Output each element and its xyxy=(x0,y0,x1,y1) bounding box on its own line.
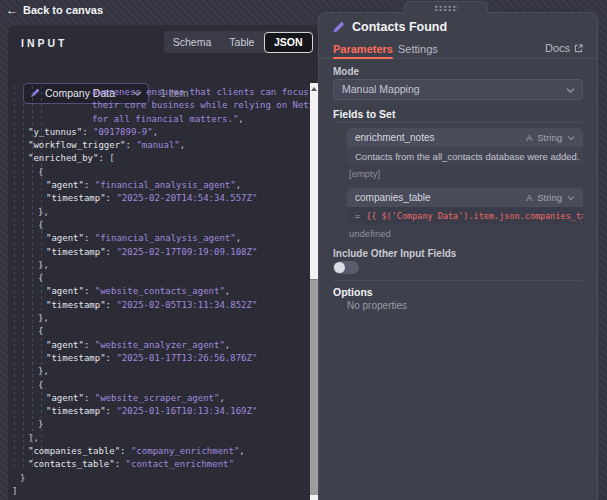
field-header-companies_table[interactable]: companies_tableAString xyxy=(347,188,583,207)
back-arrow-icon: ← xyxy=(6,3,18,17)
external-link-icon xyxy=(574,44,583,53)
field-name: enrichment_notes xyxy=(355,132,521,143)
field-type: String xyxy=(537,132,562,143)
json-line: }, xyxy=(8,312,310,325)
docs-link[interactable]: Docs xyxy=(545,42,583,54)
view-tab-json[interactable]: JSON xyxy=(264,32,313,53)
field-name: companies_table xyxy=(355,192,521,203)
input-panel-title: INPUT xyxy=(21,37,68,49)
view-mode-tabs: SchemaTableJSON xyxy=(164,31,313,53)
pencil-icon[interactable] xyxy=(332,21,345,34)
options-heading: Options xyxy=(333,286,373,298)
json-viewer: awareness ensures that clients can focus… xyxy=(8,83,310,500)
include-other-fields-label: Include Other Input Fields xyxy=(333,248,456,259)
json-scrollbar[interactable] xyxy=(310,83,318,500)
json-line: "companies_table": "company_enrichment", xyxy=(8,445,310,458)
json-line: "contacts_table": "contact_enrichment" xyxy=(8,458,310,471)
tab-parameters[interactable]: Parameters xyxy=(333,43,393,55)
json-line: }, xyxy=(8,259,310,272)
field-hint-enrichment_notes: [empty] xyxy=(349,168,583,179)
json-line: "timestamp": "2025-02-05T13:11:34.852Z" xyxy=(8,299,310,312)
json-line: "agent": "website_scraper_agent", xyxy=(8,392,310,405)
divider xyxy=(333,280,583,281)
json-line: }, xyxy=(8,206,310,219)
chevron-down-icon[interactable] xyxy=(567,195,575,201)
json-line: "timestamp": "2025-02-17T09:19:09.108Z" xyxy=(8,246,310,259)
json-line: "y_tunnus": "0917899-9", xyxy=(8,126,310,139)
view-tab-schema[interactable]: Schema xyxy=(164,31,221,53)
expand-expression-icon[interactable] xyxy=(581,218,583,225)
json-line: { xyxy=(8,325,310,338)
json-line: "workflow_trigger": "manual", xyxy=(8,139,310,152)
expression-equals-sign: = xyxy=(355,211,360,221)
json-line: "agent": "website_contacts_agent", xyxy=(8,285,310,298)
node-title[interactable]: Contacts Found xyxy=(352,20,447,34)
json-line: } xyxy=(8,472,310,485)
field-value-enrichment_notes[interactable]: Contacts from the all_contacts database … xyxy=(347,147,583,165)
field-card-enrichment_notes: enrichment_notesAStringContacts from the… xyxy=(347,128,583,165)
field-type: String xyxy=(537,192,562,203)
expression-text: {{ $('Company Data').item.json.companies… xyxy=(366,211,583,221)
view-tab-table[interactable]: Table xyxy=(220,31,263,53)
json-line: ] xyxy=(8,485,310,498)
docs-label: Docs xyxy=(545,42,570,54)
json-line: awareness ensures that clients can focus… xyxy=(8,86,310,99)
include-other-fields-toggle[interactable] xyxy=(333,261,359,274)
string-type-icon: A xyxy=(526,133,532,143)
field-hint-companies_table: undefined xyxy=(349,228,583,239)
string-type-icon: A xyxy=(526,193,532,203)
json-line: } xyxy=(8,418,310,431)
field-card-companies_table: companies_tableAString={{ $('Company Dat… xyxy=(347,188,583,225)
fields-to-set-heading: Fields to Set xyxy=(333,108,395,120)
json-line: { xyxy=(8,219,310,232)
scrollbar-up-arrow[interactable] xyxy=(311,87,317,91)
json-line: { xyxy=(8,272,310,285)
node-settings-panel: Contacts Found ParametersSettings Docs M… xyxy=(318,12,598,500)
mode-select[interactable]: Manual Mapping xyxy=(333,79,583,100)
json-line: ], xyxy=(8,432,310,445)
toggle-knob xyxy=(334,262,345,273)
chevron-down-icon[interactable] xyxy=(567,135,575,141)
field-header-enrichment_notes[interactable]: enrichment_notesAString xyxy=(347,128,583,147)
divider xyxy=(333,122,583,123)
json-line: "timestamp": "2025-01-17T13:26:56.876Z" xyxy=(8,352,310,365)
grip-dots-icon xyxy=(434,5,458,11)
json-line: "agent": "financial_analysis_agent", xyxy=(8,232,310,245)
field-value-text: Contacts from the all_contacts database … xyxy=(355,151,579,162)
back-to-canvas-label: Back to canvas xyxy=(23,4,103,16)
json-line: { xyxy=(8,166,310,179)
json-line: "timestamp": "2025-01-16T10:13:34.169Z" xyxy=(8,405,310,418)
json-line: }, xyxy=(8,365,310,378)
tab-settings[interactable]: Settings xyxy=(398,43,438,55)
chevron-down-icon xyxy=(566,87,575,94)
fields-list: enrichment_notesAStringContacts from the… xyxy=(347,128,583,248)
json-line: their core business while relying on Net… xyxy=(8,99,310,112)
mode-value: Manual Mapping xyxy=(342,83,420,95)
json-line: "agent": "website_analyzer_agent", xyxy=(8,339,310,352)
input-panel: INPUT SchemaTableJSON Company Data 1 ite… xyxy=(8,25,318,500)
node-tabs: ParametersSettings Docs xyxy=(319,41,597,59)
json-line: "timestamp": "2025-02-20T14:54:34.557Z" xyxy=(8,192,310,205)
json-line: "enriched_by": [ xyxy=(8,152,310,165)
scrollbar-thumb[interactable] xyxy=(310,279,318,495)
json-line: "agent": "financial_analysis_agent", xyxy=(8,179,310,192)
field-value-companies_table[interactable]: ={{ $('Company Data').item.json.companie… xyxy=(347,207,583,225)
json-line: { xyxy=(8,379,310,392)
mode-label: Mode xyxy=(333,66,359,77)
options-empty-text: No properties xyxy=(347,300,407,311)
panel-drag-handle[interactable] xyxy=(404,1,488,13)
json-line: for all financial matters.", xyxy=(8,113,310,126)
back-to-canvas-button[interactable]: ← Back to canvas xyxy=(6,3,103,17)
